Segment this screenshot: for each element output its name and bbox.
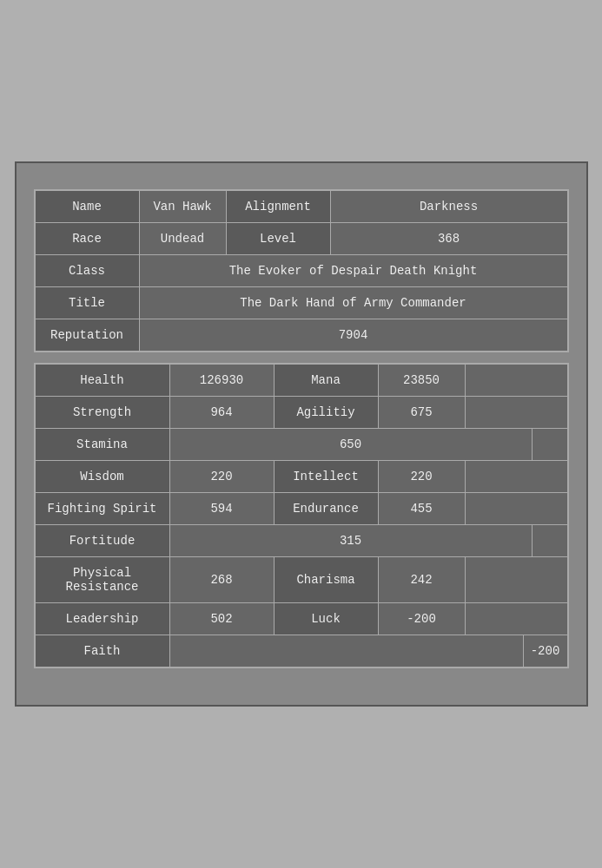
intellect-label: Intellect — [275, 461, 379, 492]
faith-label: Faith — [36, 635, 170, 667]
race-level-row: Race Undead Level 368 — [36, 223, 567, 255]
faith-row: Faith -200 — [36, 635, 567, 667]
race-label: Race — [36, 223, 140, 254]
leadership-extra — [466, 603, 500, 635]
charisma-label: Charisma — [275, 557, 379, 602]
level-value: 368 — [331, 223, 567, 254]
fighting-endurance-row: Fighting Spirit 594 Endurance 455 — [36, 493, 567, 525]
wisdom-intellect-row: Wisdom 220 Intellect 220 — [36, 461, 567, 493]
leadership-value: 502 — [170, 603, 275, 635]
class-value: The Evoker of Despair Death Knight — [140, 255, 567, 286]
strength-agility-row: Strength 964 Agilitiy 675 — [36, 397, 567, 429]
reputation-label: Reputation — [36, 319, 140, 351]
wisdom-label: Wisdom — [36, 461, 170, 492]
character-sheet: Name Van Hawk Alignment Darkness Race Un… — [15, 161, 588, 707]
stats-section: Health 126930 Mana 23850 Strength 964 Ag… — [34, 363, 569, 668]
fortitude-row: Fortitude 315 — [36, 525, 567, 557]
stamina-extra — [533, 429, 567, 460]
luck-label: Luck — [275, 603, 379, 635]
title-row: Title The Dark Hand of Army Commander — [36, 287, 567, 319]
fortitude-value: 315 — [170, 525, 533, 556]
name-value: Van Hawk — [140, 191, 227, 222]
mana-value: 23850 — [379, 365, 466, 396]
title-value: The Dark Hand of Army Commander — [140, 287, 567, 319]
strength-label: Strength — [36, 397, 170, 428]
agility-label: Agilitiy — [275, 397, 379, 428]
strength-extra — [466, 397, 500, 428]
strength-value: 964 — [170, 397, 275, 428]
fortitude-extra — [533, 525, 567, 556]
luck-value: -200 — [379, 603, 466, 635]
endurance-label: Endurance — [275, 493, 379, 524]
faith-value: -200 — [524, 635, 567, 667]
health-mana-row: Health 126930 Mana 23850 — [36, 365, 567, 397]
class-row: Class The Evoker of Despair Death Knight — [36, 255, 567, 287]
info-section: Name Van Hawk Alignment Darkness Race Un… — [34, 189, 569, 352]
fighting-spirit-label: Fighting Spirit — [36, 493, 170, 524]
level-label: Level — [227, 223, 331, 254]
name-alignment-row: Name Van Hawk Alignment Darkness — [36, 191, 567, 223]
physical-charisma-row: Physical Resistance 268 Charisma 242 — [36, 557, 567, 603]
alignment-value: Darkness — [331, 191, 567, 222]
title-label: Title — [36, 287, 140, 319]
agility-value: 675 — [379, 397, 466, 428]
reputation-row: Reputation 7904 — [36, 319, 567, 351]
physical-resistance-label: Physical Resistance — [36, 557, 170, 602]
stamina-row: Stamina 650 — [36, 429, 567, 461]
fighting-extra — [466, 493, 500, 524]
health-value: 126930 — [170, 365, 275, 396]
charisma-value: 242 — [379, 557, 466, 602]
stamina-label: Stamina — [36, 429, 170, 460]
physical-resistance-value: 268 — [170, 557, 275, 602]
health-label: Health — [36, 365, 170, 396]
faith-full — [170, 635, 524, 667]
physical-extra — [466, 557, 500, 602]
health-extra — [466, 365, 500, 396]
mana-label: Mana — [275, 365, 379, 396]
endurance-value: 455 — [379, 493, 466, 524]
name-label: Name — [36, 191, 140, 222]
race-value: Undead — [140, 223, 227, 254]
stamina-value: 650 — [170, 429, 533, 460]
reputation-value: 7904 — [140, 319, 567, 351]
class-label: Class — [36, 255, 140, 286]
leadership-luck-row: Leadership 502 Luck -200 — [36, 603, 567, 635]
intellect-value: 220 — [379, 461, 466, 492]
wisdom-extra — [466, 461, 500, 492]
fighting-spirit-value: 594 — [170, 493, 275, 524]
leadership-label: Leadership — [36, 603, 170, 635]
wisdom-value: 220 — [170, 461, 275, 492]
alignment-label: Alignment — [227, 191, 331, 222]
fortitude-label: Fortitude — [36, 525, 170, 556]
